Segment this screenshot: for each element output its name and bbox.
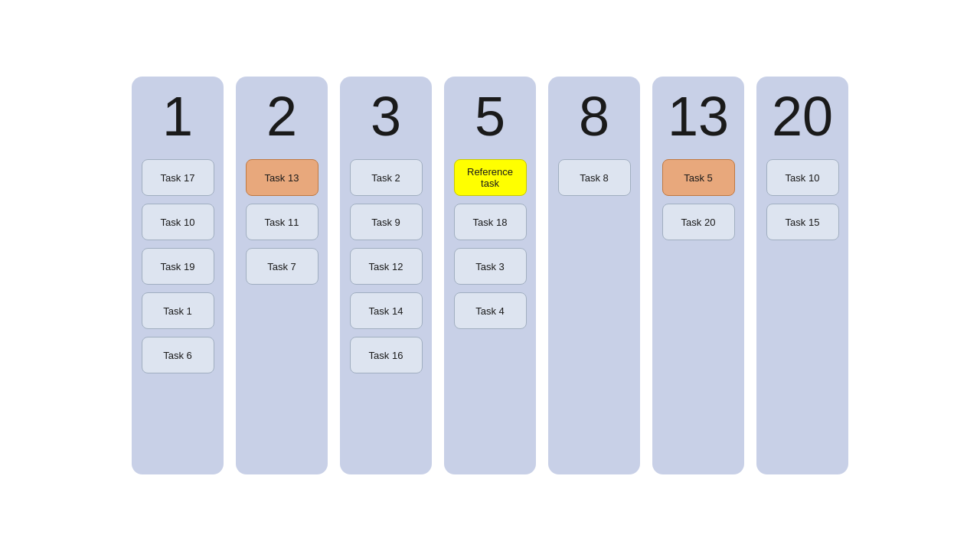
task-card-t8[interactable]: Task 8	[558, 159, 631, 196]
column-number-8: 8	[579, 89, 609, 144]
task-card-t19[interactable]: Task 19	[142, 248, 214, 285]
column-8: 8Task 8	[548, 77, 640, 474]
column-tasks-1: Task 17Task 10Task 19Task 1Task 6	[141, 159, 214, 373]
task-card-t1[interactable]: Task 1	[142, 292, 214, 329]
column-tasks-2: Task 13Task 11Task 7	[245, 159, 318, 285]
task-card-t13[interactable]: Task 13	[246, 159, 318, 196]
column-tasks-3: Task 2Task 9Task 12Task 14Task 16	[349, 159, 423, 373]
task-card-t9[interactable]: Task 9	[350, 204, 423, 240]
column-number-13: 13	[668, 89, 729, 144]
task-card-t17[interactable]: Task 17	[142, 159, 214, 196]
column-number-3: 3	[371, 89, 401, 144]
task-card-t2[interactable]: Task 2	[350, 159, 423, 196]
task-card-t5[interactable]: Task 5	[662, 159, 735, 196]
task-card-t4[interactable]: Task 4	[454, 292, 527, 329]
task-card-t7[interactable]: Task 7	[246, 248, 318, 285]
column-tasks-13: Task 5Task 20	[662, 159, 735, 240]
task-card-t14[interactable]: Task 14	[350, 292, 423, 329]
column-5: 5Reference taskTask 18Task 3Task 4	[444, 77, 536, 474]
task-card-t20[interactable]: Task 20	[662, 204, 735, 240]
task-card-t18[interactable]: Task 18	[454, 204, 527, 240]
column-20: 20Task 10Task 15	[756, 77, 848, 474]
column-number-2: 2	[266, 89, 297, 144]
column-13: 13Task 5Task 20	[652, 77, 744, 474]
task-card-t10b[interactable]: Task 10	[766, 159, 839, 196]
column-tasks-8: Task 8	[557, 159, 631, 196]
task-card-t12[interactable]: Task 12	[350, 248, 423, 285]
task-card-t3[interactable]: Task 3	[454, 248, 527, 285]
task-card-t16[interactable]: Task 16	[350, 337, 423, 373]
column-number-5: 5	[475, 89, 505, 144]
column-tasks-20: Task 10Task 15	[766, 159, 839, 240]
board: 1Task 17Task 10Task 19Task 1Task 62Task …	[116, 61, 864, 490]
column-3: 3Task 2Task 9Task 12Task 14Task 16	[340, 77, 432, 474]
task-card-t10[interactable]: Task 10	[142, 204, 214, 240]
column-tasks-5: Reference taskTask 18Task 3Task 4	[453, 159, 527, 329]
task-card-ref[interactable]: Reference task	[454, 159, 527, 196]
column-1: 1Task 17Task 10Task 19Task 1Task 6	[132, 77, 224, 474]
task-card-t11[interactable]: Task 11	[246, 204, 318, 240]
column-number-20: 20	[772, 89, 833, 144]
task-card-t15[interactable]: Task 15	[766, 204, 839, 240]
task-card-t6[interactable]: Task 6	[142, 337, 214, 373]
column-number-1: 1	[162, 89, 193, 144]
column-2: 2Task 13Task 11Task 7	[236, 77, 328, 474]
